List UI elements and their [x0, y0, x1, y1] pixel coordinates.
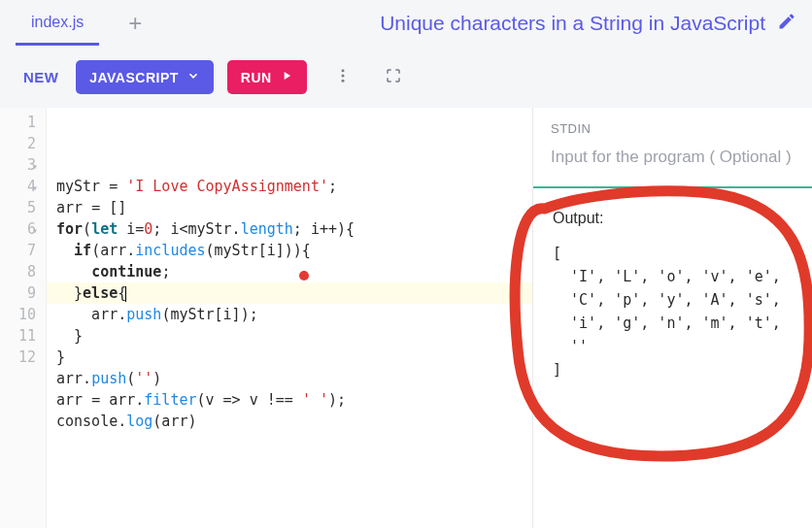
svg-point-0 [341, 69, 344, 72]
line-number: 12 [4, 346, 36, 368]
line-number: 3 [4, 154, 36, 176]
toolbar: NEW JAVASCRIPT RUN [0, 47, 812, 108]
chevron-down-icon [186, 69, 200, 85]
line-gutter: 123456789101112 [0, 108, 47, 528]
code-line[interactable]: console.log(arr) [56, 411, 523, 432]
code-line[interactable]: arr = arr.filter(v => v !== ' '); [56, 389, 523, 411]
main-area: 123456789101112 myStr = 'I Love CopyAssi… [0, 108, 812, 528]
line-number: 8 [4, 261, 36, 282]
tab-strip: index.js + [16, 2, 148, 46]
new-button[interactable]: NEW [19, 69, 62, 85]
svg-point-2 [341, 79, 344, 82]
play-icon [280, 69, 293, 85]
code-line[interactable]: if(arr.includes(myStr[i])){ [56, 240, 523, 261]
code-area[interactable]: myStr = 'I Love CopyAssignment';arr = []… [47, 108, 532, 528]
code-line[interactable]: continue; [56, 261, 523, 282]
app-root: index.js + Unique characters in a String… [0, 0, 812, 528]
run-label: RUN [241, 70, 272, 85]
code-line[interactable]: } [56, 346, 523, 368]
edit-title-icon[interactable] [777, 12, 796, 35]
annotation-dot [299, 271, 309, 280]
fullscreen-button[interactable] [379, 61, 408, 94]
line-number: 6 [4, 218, 36, 240]
page-title: Unique characters in a String in JavaScr… [380, 12, 765, 35]
line-number: 10 [4, 304, 36, 325]
code-line[interactable]: } [56, 325, 523, 346]
line-number: 1 [4, 112, 36, 133]
output-label: Output: [553, 206, 793, 231]
stdin-section: STDIN Input for the program ( Optional ) [533, 108, 812, 188]
line-number: 5 [4, 197, 36, 218]
line-number: 11 [4, 325, 36, 346]
stdin-input[interactable]: Input for the program ( Optional ) [551, 146, 795, 169]
code-line[interactable]: }else{ [47, 282, 532, 304]
code-line[interactable]: arr.push('') [56, 368, 523, 389]
code-editor[interactable]: 123456789101112 myStr = 'I Love CopyAssi… [0, 108, 532, 528]
code-line[interactable]: arr.push(myStr[i]); [56, 304, 523, 325]
run-button[interactable]: RUN [227, 60, 307, 94]
line-number: 2 [4, 133, 36, 154]
io-panel: STDIN Input for the program ( Optional )… [532, 108, 812, 528]
add-tab-button[interactable]: + [122, 10, 148, 37]
code-line[interactable]: myStr = 'I Love CopyAssignment'; [56, 176, 523, 197]
svg-point-1 [341, 74, 344, 77]
output-text: [ 'I', 'L', 'o', 'v', 'e', 'C', 'p', 'y'… [553, 242, 793, 381]
stdin-label: STDIN [551, 121, 795, 136]
language-label: JAVASCRIPT [89, 70, 179, 85]
header-bar: index.js + Unique characters in a String… [0, 0, 812, 47]
title-area: Unique characters in a String in JavaScr… [380, 12, 796, 35]
output-section: Output: [ 'I', 'L', 'o', 'v', 'e', 'C', … [533, 188, 812, 528]
code-line[interactable]: for(let i=0; i<myStr.length; i++){ [56, 218, 523, 240]
language-selector[interactable]: JAVASCRIPT [76, 60, 214, 94]
tab-file[interactable]: index.js [16, 2, 99, 46]
more-menu-button[interactable] [328, 61, 357, 94]
code-line[interactable]: arr = [] [56, 197, 523, 218]
line-number: 4 [4, 176, 36, 197]
line-number: 7 [4, 240, 36, 261]
line-number: 9 [4, 282, 36, 304]
